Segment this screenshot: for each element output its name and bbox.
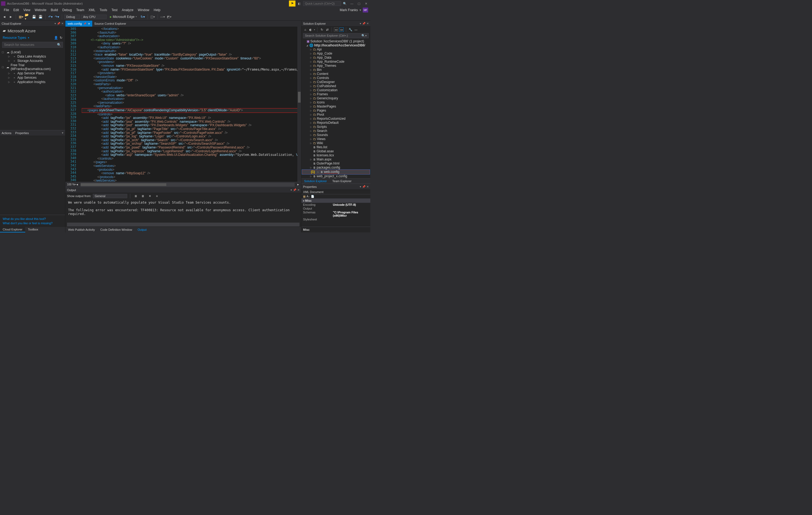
search-icon[interactable]: 🔍 xyxy=(342,1,348,6)
tab-source-control[interactable]: Source Control Explorer xyxy=(92,21,128,27)
menu-window[interactable]: Window xyxy=(136,8,152,12)
new-project-button[interactable]: ▦▾ xyxy=(18,14,24,20)
file-web-config[interactable]: (1)▷🗎 web.config xyxy=(302,170,370,174)
hscroll-right[interactable]: ► xyxy=(297,183,299,186)
nav-back-button[interactable]: ◄ xyxy=(2,14,7,20)
tab-output[interactable]: Output xyxy=(135,227,149,232)
se-sync-icon[interactable]: ⇄ xyxy=(325,27,329,32)
se-back-icon[interactable]: ◐ xyxy=(309,27,313,32)
browser-link-button[interactable]: ↻▾ xyxy=(140,14,145,20)
tb-extra-2[interactable]: ▭▾ xyxy=(160,14,166,20)
properties-tab[interactable]: Properties xyxy=(15,131,29,135)
folder-app_runtimecode[interactable]: ▷🗀 App_RuntimeCode xyxy=(302,60,370,64)
property-row[interactable]: Stylesheet xyxy=(301,217,370,221)
resource-types-dropdown[interactable]: Resource Types xyxy=(3,36,26,39)
props-pages-icon[interactable]: 📄 xyxy=(311,195,314,198)
panel-dropdown-icon[interactable]: ▾ xyxy=(55,22,56,25)
pin-icon[interactable]: 📌 xyxy=(84,23,86,25)
editor-scrollbar-vertical[interactable] xyxy=(297,27,301,182)
output-wrap-icon[interactable]: ≡ xyxy=(154,193,160,199)
folder-views[interactable]: ▷🗀 Views xyxy=(302,137,370,141)
cloud-node[interactable]: ▢☁Free Trial (MFranks@acumatica.com) xyxy=(1,63,64,71)
start-debug-button[interactable]: ▶ Microsoft Edge ▾ xyxy=(108,15,139,19)
menu-file[interactable]: File xyxy=(2,8,11,12)
property-row[interactable]: Schemas"C:\Program Files (x86)\Micr xyxy=(301,210,370,217)
panel-close-icon[interactable]: ✕ xyxy=(367,185,369,188)
folder-scripts[interactable]: ▷🗀 Scripts xyxy=(302,125,370,129)
output-goto-icon[interactable]: ≣ xyxy=(133,193,138,199)
output-prev-icon[interactable]: ≣ xyxy=(140,193,145,199)
file-files-list[interactable]: 🗎 files.list xyxy=(302,145,370,149)
file-Global-asax[interactable]: 🗎 Global.asax xyxy=(302,149,370,154)
close-button[interactable]: ✕ xyxy=(363,1,369,6)
tb-extra-3[interactable]: ◩▾ xyxy=(167,14,172,20)
alpha-icon[interactable]: A↓ xyxy=(307,195,310,198)
folder-cstpublished[interactable]: ▷🗀 CstPublished xyxy=(302,84,370,88)
panel-dropdown-icon[interactable]: ▾ xyxy=(360,22,361,25)
refresh-icon[interactable]: ↻ xyxy=(60,36,62,39)
menu-website[interactable]: Website xyxy=(33,8,49,12)
cloud-resource-item[interactable]: ▷▫Storage Accounts xyxy=(1,59,64,63)
tab-code-def[interactable]: Code Definition Window xyxy=(98,227,135,232)
menu-tools[interactable]: Tools xyxy=(97,8,109,12)
close-tab-icon[interactable]: ✕ xyxy=(88,22,90,25)
output-text[interactable]: We were unable to automatically populate… xyxy=(65,199,301,222)
save-button[interactable]: 💾 xyxy=(31,14,37,20)
chevron-down-icon[interactable]: ▾ xyxy=(62,131,63,135)
solution-explorer-tab[interactable]: Solution Explorer xyxy=(301,179,330,184)
folder-sounds[interactable]: ▷🗀 Sounds xyxy=(302,133,370,137)
folder-content[interactable]: ▷🗀 Content xyxy=(302,72,370,76)
cloud-resource-tree[interactable]: ▢☁(Local)▷▫Data Lake Analytics▷▫Storage … xyxy=(0,49,65,130)
folder-reportscustomized[interactable]: ▷🗀 ReportsCustomized xyxy=(302,117,370,121)
redo-button[interactable]: ↷▾ xyxy=(54,14,60,20)
menu-xml[interactable]: XML xyxy=(86,8,97,12)
folder-api[interactable]: ▷🗀 Api xyxy=(302,48,370,52)
undo-button[interactable]: ↶▾ xyxy=(48,14,53,20)
fold-gutter[interactable] xyxy=(79,27,82,182)
menu-analyze[interactable]: Analyze xyxy=(120,8,136,12)
cloud-node[interactable]: ▢☁(Local) xyxy=(1,50,64,54)
categorized-icon[interactable]: ▦ xyxy=(303,195,306,198)
menu-view[interactable]: View xyxy=(21,8,33,12)
maximize-button[interactable]: ▢ xyxy=(356,1,362,6)
tab-web-publish[interactable]: Web Publish Activity xyxy=(65,227,98,232)
project-node[interactable]: ◢🌐 http://localhost/AccServicesDB6/ xyxy=(302,44,370,48)
panel-close-icon[interactable]: ✕ xyxy=(367,22,369,25)
file-Main-aspx[interactable]: ▷🗎 Main.aspx xyxy=(302,158,370,162)
platform-dropdown[interactable]: Any CPU xyxy=(81,15,106,19)
team-explorer-tab[interactable]: Team Explorer xyxy=(330,179,354,184)
output-scrollbar-horizontal[interactable] xyxy=(67,223,299,226)
account-settings-icon[interactable]: 👤 xyxy=(54,36,58,39)
toolbox-tab[interactable]: Toolbox xyxy=(25,227,41,233)
tb-extra-1[interactable]: ◫▾ xyxy=(150,14,155,20)
quick-launch-input[interactable] xyxy=(303,1,341,6)
property-row[interactable]: Output xyxy=(301,207,370,210)
feedback-icon[interactable]: ◧ xyxy=(296,1,302,6)
folder-search[interactable]: ▷🗀 Search xyxy=(302,129,370,133)
solution-tree[interactable]: ▣ Solution 'AccServicesDB6' (1 project)◢… xyxy=(301,39,370,179)
feedback-like-link[interactable]: What do you like about this tool? xyxy=(3,217,62,221)
pin-icon[interactable]: 📌 xyxy=(362,185,366,188)
config-dropdown[interactable]: Debug xyxy=(64,15,80,19)
folder-app_themes[interactable]: ▷🗀 App_Themes xyxy=(302,64,370,68)
folder-wiki[interactable]: ▷🗀 Wiki xyxy=(302,141,370,145)
output-source-dropdown[interactable]: General xyxy=(93,194,127,198)
zoom-level[interactable]: 100 % xyxy=(67,183,75,186)
tab-web-config[interactable]: web.config 📌 ✕ xyxy=(65,21,92,27)
code-editor[interactable]: (2) 305306307308309310311312313314315316… xyxy=(65,27,301,182)
menu-build[interactable]: Build xyxy=(49,8,60,12)
file-packages-config[interactable]: ▷🗎 packages.config xyxy=(302,166,370,170)
folder-reportsdefault[interactable]: ▷🗀 ReportsDefault xyxy=(302,121,370,125)
property-row[interactable]: EncodingUnicode (UTF-8) xyxy=(301,203,370,207)
folder-frames[interactable]: ▷🗀 Frames xyxy=(302,92,370,97)
file-licenses-licx[interactable]: 🗎 licenses.licx xyxy=(302,154,370,158)
cloud-resource-item[interactable]: ▷▫App Service Plans xyxy=(1,71,64,76)
pin-icon[interactable]: 📌 xyxy=(57,22,60,25)
user-name-label[interactable]: Mark Franks xyxy=(340,8,358,12)
cloud-explorer-tab[interactable]: Cloud Explorer xyxy=(0,227,25,233)
panel-close-icon[interactable]: ✕ xyxy=(297,188,299,191)
folder-pivot[interactable]: ▷🗀 Pivot xyxy=(302,113,370,117)
menu-edit[interactable]: Edit xyxy=(11,8,21,12)
solution-search-input[interactable]: Search Solution Explorer (Ctrl+;) 🔍▾ xyxy=(303,33,369,38)
file-OuterPage-html[interactable]: 🗎 OuterPage.html xyxy=(302,162,370,166)
